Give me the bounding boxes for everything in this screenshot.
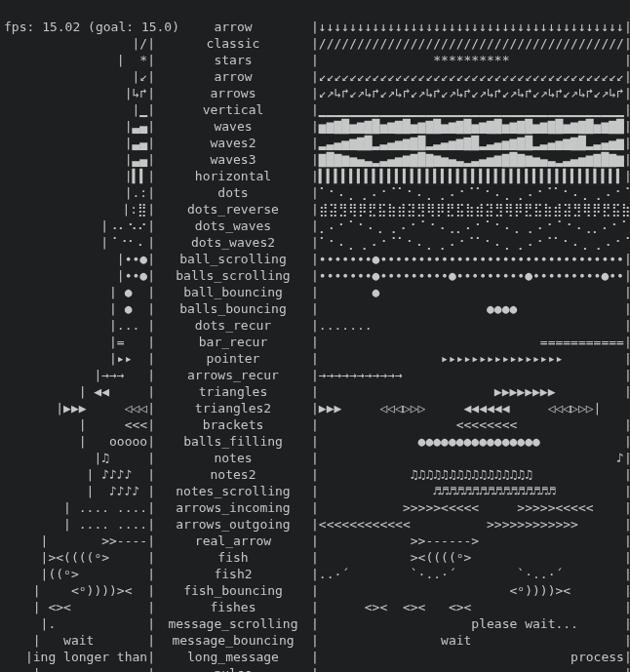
spinner-name: pulse (155, 665, 311, 672)
wide-preview: |⠁⠂⠄⡀⢀⠠⠐⠈⠁⠂⠄⡀⢀⠠⠐⠈⠁⠂⠄⡀⢀⠠⠐⠈⠁⠂⠄⡀⢀⠠⠐⠈⠁⠂⠄⡀⢀⠠⠐… (311, 184, 623, 201)
spinner-name: message_bouncing (155, 632, 311, 649)
mini-preview: |. | (4, 615, 155, 632)
mini-preview: |▁| (4, 101, 155, 118)
spinner-name: triangles2 (155, 400, 311, 416)
wide-preview: |∙∙∙∙∙∙∙●∙∙∙∙∙∙∙∙∙∙∙∙∙∙∙∙∙∙∙∙∙∙∙∙∙∙∙∙∙∙∙… (311, 251, 623, 267)
wide-preview: | wait | (311, 632, 623, 649)
mini-preview: | <>< | (4, 599, 155, 615)
mini-preview: | ♪♪♪♪ | (4, 466, 155, 483)
mini-preview: | >>----| (4, 533, 155, 549)
spinner-name: ball_scrolling (155, 251, 311, 267)
spinner-name: balls_filling (155, 433, 311, 450)
wide-preview: | ********** | (311, 52, 623, 68)
spinner-row: |▍▍|horizontal|▍▍▍▍▍▍▍▍▍▍▍▍▍▍▍▍▍▍▍▍▍▍▍▍▍… (4, 168, 626, 184)
spinner-row: |= |bar_recur| ===========| (4, 334, 626, 350)
spinner-name: arrow (155, 68, 311, 85)
wide-preview: |↙↗↳↱↙↗↳↱↙↗↳↱↙↗↳↱↙↗↳↱↙↗↳↱↙↗↳↱↙↗↳↱↙↗↳↱↙↗↳… (311, 85, 623, 101)
mini-preview: |ing longer than| (4, 649, 155, 665)
wide-preview: | ><((((ᵒ> | (311, 549, 623, 566)
wide-preview: | ●●●● | (311, 300, 623, 317)
spinner-row: |↳↱|arrows|↙↗↳↱↙↗↳↱↙↗↳↱↙↗↳↱↙↗↳↱↙↗↳↱↙↗↳↱↙… (4, 85, 626, 101)
spinner-row: |:⣿|dots_reverse|⣾⣽⣻⢿⡿⣟⣯⣷⣾⣽⣻⢿⡿⣟⣯⣷⣾⣽⣻⢿⡿⣟⣯… (4, 201, 626, 217)
mini-preview: |▃▄| (4, 151, 155, 168)
mini-preview: |↙| (4, 68, 155, 85)
wide-preview: |▁▁▁▁▁▁▁▁▁▁▁▁▁▁▁▁▁▁▁▁▁▁▁▁▁▁▁▁▁▁▁▁▁▁▁▁▁▁▁… (311, 101, 623, 118)
spinner-name: waves (155, 118, 311, 135)
wide-preview: |▶▶▶ ◁◁◁▷▷▷ ◀◀◀◀◀◀ ◁◁◁▷▷▷| (311, 400, 623, 416)
mini-preview: |♫ | (4, 450, 155, 466)
wide-preview: |↙↙↙↙↙↙↙↙↙↙↙↙↙↙↙↙↙↙↙↙↙↙↙↙↙↙↙↙↙↙↙↙↙↙↙↙↙↙↙… (311, 68, 623, 85)
mini-preview: |⠈⠐⠂⠄| (4, 234, 155, 251)
wide-preview: | ▸▸▸▸▸▸▸▸▸▸▸▸▸▸▸▸ | (311, 350, 623, 367)
spinner-name: message_scrolling (155, 615, 311, 632)
mini-preview: | .... ....| (4, 516, 155, 533)
spinner-row: |ing longer than|long_message| process| (4, 649, 626, 665)
mini-preview: | ♪♪♪♪ | (4, 483, 155, 499)
mini-preview: | *| (4, 52, 155, 68)
spinner-name: classic (155, 35, 311, 52)
wide-preview: | process| (311, 649, 623, 665)
mini-preview: |→→→ | (4, 367, 155, 383)
mini-preview: | ● | (4, 300, 155, 317)
mini-preview: |((ᵒ> | (4, 566, 155, 582)
spinner-row: |▃▄|waves3|▇█▇▆▅▄▃▂▃▄▅▆▇█▇▆▅▄▃▂▃▄▅▆▇█▇▆▅… (4, 151, 626, 168)
spinner-row: | ● |ball_bouncing| ● | (4, 284, 626, 300)
spinner-row: | ооооо|balls_filling| ●●●●●●●●●●●●●●●● … (4, 433, 626, 450)
spinner-name: dots_recur (155, 317, 311, 334)
spinner-name: balls_scrolling (155, 267, 311, 284)
spinner-name: fish2 (155, 566, 311, 582)
mini-preview: |▃▄| (4, 135, 155, 151)
spinner-row: | <<<|brackets| <<<<<<<< | (4, 416, 626, 433)
spinner-row: |((ᵒ> |fish2|..·´ `·..·´ `·..·´ | (4, 566, 626, 582)
wide-preview: | ♫♫♫♫♫♫♫♫♫♫♫♫♫♫♫♫ | (311, 466, 623, 483)
wide-preview: | <<<<<<<< | (311, 416, 623, 433)
wide-preview: |⡀⠄⠂⠁⠂⠄⡀⢀⠠⠐⠈⠐⠠⢀⡀⠄⠂⠁⠂⠄⡀⢀⠠⠐⠈⠐⠠⢀⡀⠄⠂⠁⠂⠄⡀⢀⠠⠐⠈… (311, 217, 623, 234)
mini-preview: |:⣿| (4, 201, 155, 217)
spinner-row: | wait |message_bouncing| wait | (4, 632, 626, 649)
spinner-name: long_message (155, 649, 311, 665)
spinner-name: bar_recur (155, 334, 311, 350)
spinner-row: | ♪♪♪♪ |notes_scrolling| ♬♬♬♬♬♬♬♬♬♬♬♬♬♬♬… (4, 483, 626, 499)
spinner-name: notes_scrolling (155, 483, 311, 499)
spinner-row: | .... ....|arrows_incoming| >>>>><<<<< … (4, 499, 626, 516)
wide-preview: |▂▃▄▅▆▇█▂▃▄▅▆▇█▂▃▄▅▆▇█▂▃▄▅▆▇█▂▃▄▅▆▇█▂▃▄▅… (311, 135, 623, 151)
mini-preview: |... | (4, 317, 155, 334)
mini-preview: | wait | (4, 632, 155, 649)
spinner-row: |↙|arrow|↙↙↙↙↙↙↙↙↙↙↙↙↙↙↙↙↙↙↙↙↙↙↙↙↙↙↙↙↙↙↙… (4, 68, 626, 85)
wide-preview: | please wait... | (311, 615, 623, 632)
spinner-name: arrows_outgoing (155, 516, 311, 533)
spinner-name: dots_waves (155, 217, 311, 234)
spinner-row: |... |dots_recur|....... | (4, 317, 626, 334)
spinner-row: | .... ....|arrows_outgoing|<<<<<<<<<<<<… (4, 516, 626, 533)
spinner-row: |--------------|pulse|------------------… (4, 665, 626, 672)
mini-preview: |.:| (4, 184, 155, 201)
spinner-row: |▃▄|waves|▅▆▇█▅▆▇█▅▆▇█▅▆▇█▅▆▇█▅▆▇█▅▆▇█▅▆… (4, 118, 626, 135)
spinner-row: | *|stars| ********** | (4, 52, 626, 68)
mini-preview: |⠠⠄⠢⠔| (4, 217, 155, 234)
wide-preview: | ♪| (311, 450, 623, 466)
spinner-name: arrows (155, 85, 311, 101)
mini-preview: |↳↱| (4, 85, 155, 101)
mini-preview: |∙∙●| (4, 251, 155, 267)
wide-preview: | ▶▶▶▶▶▶▶▶ | (311, 383, 623, 400)
spinner-name: dots (155, 184, 311, 201)
spinner-name: triangles (155, 383, 311, 400)
wide-preview: | >>------> | (311, 533, 623, 549)
spinner-row: |▸▸ |pointer| ▸▸▸▸▸▸▸▸▸▸▸▸▸▸▸▸ | (4, 350, 626, 367)
wide-preview: |∙∙∙∙∙∙∙●∙∙∙∙∙∙∙∙∙●∙∙∙∙∙∙∙∙∙●∙∙∙∙∙∙∙∙∙●∙… (311, 267, 623, 284)
spinner-row: | >>----|real_arrow| >>------> | (4, 533, 626, 549)
spinner-name: arrows_incoming (155, 499, 311, 516)
wide-preview: |<<<<<<<<<<<< >>>>>>>>>>>> | (311, 516, 623, 533)
spinner-row: |⠠⠄⠢⠔|dots_waves|⡀⠄⠂⠁⠂⠄⡀⢀⠠⠐⠈⠐⠠⢀⡀⠄⠂⠁⠂⠄⡀⢀⠠… (4, 217, 626, 234)
spinner-name: waves2 (155, 135, 311, 151)
wide-preview: | ●●●●●●●●●●●●●●●● | (311, 433, 623, 450)
spinner-row: |▁|vertical|▁▁▁▁▁▁▁▁▁▁▁▁▁▁▁▁▁▁▁▁▁▁▁▁▁▁▁▁… (4, 101, 626, 118)
spinner-row: | ◀◀ |triangles| ▶▶▶▶▶▶▶▶ | (4, 383, 626, 400)
spinner-row: | ● |balls_bouncing| ●●●● | (4, 300, 626, 317)
mini-preview (4, 19, 155, 35)
spinner-row: |/|classic|/////////////////////////////… (4, 35, 626, 52)
spinner-name: stars (155, 52, 311, 68)
spinner-name: arrow (155, 19, 311, 35)
mini-preview: |▶▶▶ ◁◁◁| (4, 400, 155, 416)
wide-preview: | ♬♬♬♬♬♬♬♬♬♬♬♬♬♬♬♬ | (311, 483, 623, 499)
